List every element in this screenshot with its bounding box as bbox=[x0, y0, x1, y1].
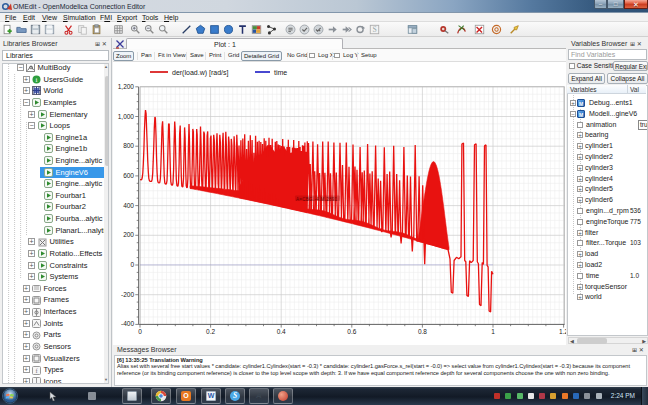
svg-text:1,200: 1,200 bbox=[118, 83, 135, 90]
svg-text:A=CBG.-4.M.2891: A=CBG.-4.M.2891 bbox=[296, 197, 338, 202]
svg-text:0: 0 bbox=[130, 261, 134, 268]
svg-text:0.6: 0.6 bbox=[347, 328, 356, 335]
svg-text:0: 0 bbox=[138, 328, 142, 335]
svg-text:S: S bbox=[372, 25, 376, 34]
svg-text:i: i bbox=[35, 76, 37, 84]
svg-text:600: 600 bbox=[123, 172, 134, 179]
svg-text:1.2: 1.2 bbox=[559, 328, 566, 335]
svg-text:0.4: 0.4 bbox=[277, 328, 286, 335]
svg-text:800: 800 bbox=[123, 142, 134, 149]
svg-text:1,000: 1,000 bbox=[118, 113, 135, 120]
svg-text:time: time bbox=[274, 69, 287, 76]
svg-text:der(load.w) [rad/s]: der(load.w) [rad/s] bbox=[172, 69, 228, 77]
svg-text:-400: -400 bbox=[121, 320, 134, 327]
svg-text:0.2: 0.2 bbox=[206, 328, 215, 335]
svg-text:-200: -200 bbox=[121, 291, 134, 298]
svg-text:1: 1 bbox=[491, 328, 495, 335]
svg-text:200: 200 bbox=[123, 231, 134, 238]
svg-text:0.8: 0.8 bbox=[418, 328, 427, 335]
svg-text:400: 400 bbox=[123, 202, 134, 209]
